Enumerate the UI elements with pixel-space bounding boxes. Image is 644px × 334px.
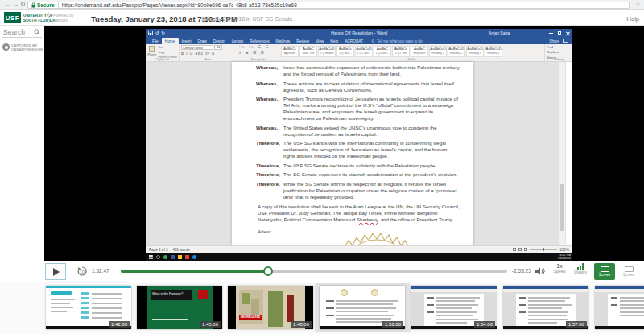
url-text: https://ondemand.usf.edu/Panopto/Pages/V…	[62, 2, 297, 8]
search-label: Search	[3, 28, 25, 36]
zoom-percent: 100%	[559, 248, 569, 252]
doc-label: Whereas,	[256, 80, 283, 93]
cortana-icon	[156, 255, 160, 259]
tab-view: View	[312, 38, 327, 44]
usf-logo-line2: SOUTH FLORIDA	[23, 19, 56, 23]
tab-draw: Draw	[195, 38, 210, 44]
bookmark-star-icon[interactable]: ☆	[635, 0, 641, 10]
doc-text: The USF SG Senate declares its solidarit…	[283, 163, 460, 169]
screen-stream-button-active[interactable]: Screen	[594, 263, 615, 280]
tab-review: Review	[293, 38, 312, 44]
doc-label: Therefore,	[256, 163, 283, 169]
browser-toolbar: ← → ↻ Secure https://ondemand.usf.edu/Pa…	[0, 0, 644, 10]
close-icon	[566, 31, 570, 35]
remaining-time: -2:53:23	[512, 268, 531, 274]
doc-label: Whereas,	[256, 96, 283, 122]
signal-bars-icon	[570, 263, 591, 270]
status-word-count: 461 words	[173, 248, 190, 252]
address-bar[interactable]: Secure https://ondemand.usf.edu/Panopto/…	[27, 2, 630, 9]
speed-control[interactable]: 1x Speed	[551, 263, 568, 274]
restore-icon	[558, 31, 561, 35]
search-input[interactable]: Search	[2, 27, 42, 38]
monitor-icon	[625, 266, 634, 272]
rewind-10-button[interactable]: 10	[76, 266, 88, 277]
watermark-line2: CANARY MISSION	[11, 47, 43, 52]
thumbnail-4-current[interactable]: 1:51:00	[320, 286, 405, 329]
help-link[interactable]: Help	[627, 15, 639, 23]
browser-refresh-icon[interactable]: ↻	[20, 0, 26, 10]
quality-control[interactable]: Quality	[570, 263, 591, 274]
status-page-count: Page 2 of 3	[149, 248, 168, 252]
play-button[interactable]	[45, 263, 66, 280]
padlock-icon	[31, 2, 35, 8]
lightbulb-icon	[371, 39, 375, 43]
doc-label: Whereas,	[256, 125, 283, 138]
usf-logo[interactable]: USF	[4, 12, 21, 23]
screen-label: Screen	[599, 273, 611, 277]
powered-by-line2: Panopto	[53, 19, 68, 23]
player-control-bar: 10 1:52:47 -2:53:23 1x Speed Quality Scr…	[0, 261, 644, 282]
doc-text: While the SG Senate affirms its respect …	[283, 181, 460, 200]
browser-forward-icon[interactable]: →	[12, 0, 19, 10]
thumbnail-timestamp: 1:51:00	[382, 321, 403, 328]
clipboard-icon	[149, 46, 155, 52]
file-explorer-icon	[178, 255, 182, 259]
panopto-header: USF UNIVERSITY OF SOUTH FLORIDA Powered …	[0, 10, 644, 26]
taskbar-clock: 4:02 PM 1/23/2018	[558, 254, 571, 261]
doc-distribution-paragraph: A copy of this resolution shall be sent …	[258, 204, 460, 223]
group-font-label: Font	[180, 58, 237, 61]
doc-text: The USF SG stands with the international…	[283, 140, 460, 159]
edge-icon	[192, 255, 196, 259]
group-clipboard-label: Clipboard	[146, 58, 179, 61]
secure-badge[interactable]: Secure	[31, 2, 55, 8]
spellcheck-flagged-word: Sharkawy	[357, 216, 378, 222]
word-titlebar: ↺ ↻ Hands Off Resolution - Word Aman Sah…	[146, 29, 572, 37]
group-styles-label: Styles	[279, 58, 544, 61]
web-layout-icon	[524, 248, 527, 251]
thumbnail-5[interactable]: 1:54:00	[411, 286, 497, 329]
word-icon	[171, 255, 175, 259]
powered-by-line1: Powered by	[53, 14, 73, 18]
thumbnail-timestamp: 1:54:00	[474, 321, 495, 328]
doc-label: Whereas,	[256, 64, 283, 77]
seek-bar[interactable]	[121, 270, 507, 273]
tab-insert: Insert	[179, 38, 195, 44]
word-document-canvas: Whereas,Israel has continued the expansi…	[146, 62, 566, 245]
scrollbar-thumb	[560, 184, 564, 231]
tab-help: Help	[327, 38, 341, 44]
session-subtitle: January 24, 2018 in USF SG Senate	[201, 16, 293, 22]
volume-button[interactable]	[535, 266, 546, 276]
thumbnail-timestamp: 1:48:00	[291, 321, 312, 328]
screen-stream-button-inactive[interactable]: Screen	[618, 263, 639, 280]
word-statusbar: Page 2 of 3 461 words 100%	[146, 245, 572, 253]
doc-text: The United States vetoed the UNSC’s unan…	[283, 125, 460, 138]
current-time: 1:52:47	[92, 268, 109, 274]
thumbnail-timestamp: 1:45:00	[200, 321, 221, 328]
slide-title: What is the Purpose?	[151, 290, 192, 300]
thumbnail-3[interactable]: SEGREGATED 1:48:00	[228, 286, 313, 329]
thumbnail-1[interactable]: 1:42:00	[46, 286, 131, 329]
chrome-icon	[163, 255, 167, 259]
thumbnail-2[interactable]: What is the Purpose? 1:45:00	[137, 286, 222, 329]
play-icon	[53, 268, 60, 276]
windows-start-icon	[149, 255, 153, 259]
windows-taskbar: 4:02 PM 1/23/2018	[146, 253, 572, 261]
doc-label: Therefore,	[256, 171, 283, 178]
read-mode-icon	[513, 248, 516, 251]
seek-thumb[interactable]	[263, 266, 273, 276]
doc-text: President Trump’s recognition of Jerusal…	[283, 96, 460, 122]
tab-mailings: Mailings	[273, 38, 294, 44]
canary-mission-logo-icon	[2, 43, 10, 51]
tab-layout: Layout	[229, 38, 246, 44]
browser-back-icon[interactable]: ←	[4, 0, 10, 10]
thumbnail-6[interactable]: 1:57:00	[503, 286, 588, 329]
video-player-surface[interactable]: ↺ ↻ Hands Off Resolution - Word Aman Sah…	[44, 26, 644, 261]
group-editing-label: Editing	[545, 58, 572, 61]
thumbnail-7[interactable]	[595, 286, 644, 329]
doc-text: The SG Senate expresses its staunch cond…	[283, 171, 460, 178]
document-page: Whereas,Israel has continued the expansi…	[232, 62, 473, 245]
screen-label: Screen	[623, 273, 635, 277]
left-sidebar: Search CAPTURED BY CANARY MISSION	[0, 26, 44, 261]
tab-design: Design	[210, 38, 229, 44]
doc-label: Therefore,	[256, 140, 283, 159]
